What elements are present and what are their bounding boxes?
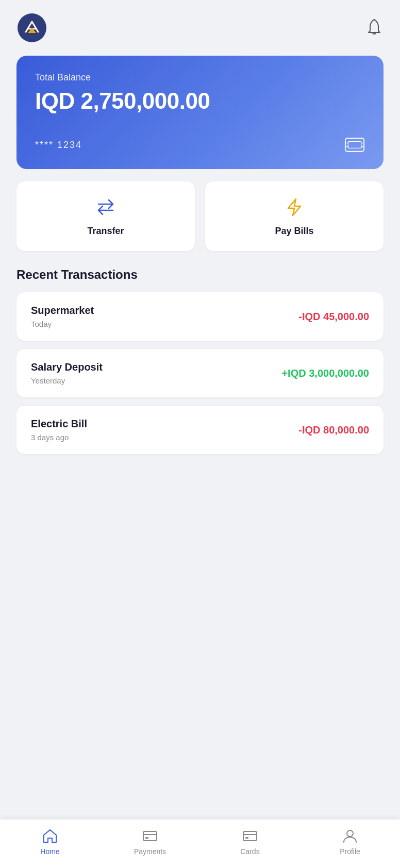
pay-bills-label: Pay Bills	[275, 226, 313, 237]
balance-card: Total Balance IQD 2,750,000.00 **** 1234	[16, 56, 384, 169]
transaction-date: Yesterday	[31, 376, 103, 385]
payments-icon	[142, 828, 158, 844]
nav-label-payments: Payments	[134, 847, 166, 856]
transaction-info: Supermarket Today	[31, 305, 94, 328]
app-logo-icon	[16, 12, 47, 43]
card-bottom: **** 1234	[35, 137, 365, 153]
transaction-amount: -IQD 45,000.00	[298, 311, 369, 323]
transaction-name: Electric Bill	[31, 418, 87, 430]
transaction-info: Salary Deposit Yesterday	[31, 361, 103, 385]
notification-button[interactable]	[365, 18, 384, 38]
cards-icon	[242, 828, 258, 844]
nav-label-home: Home	[40, 847, 59, 856]
svg-point-14	[347, 830, 353, 837]
home-icon	[42, 828, 58, 844]
transaction-info: Electric Bill 3 days ago	[31, 418, 87, 442]
transfer-label: Transfer	[87, 226, 124, 237]
table-row[interactable]: Supermarket Today -IQD 45,000.00	[16, 292, 384, 341]
nav-item-cards[interactable]: Cards	[200, 828, 300, 856]
app-container: Total Balance IQD 2,750,000.00 **** 1234…	[0, 0, 400, 868]
nav-label-profile: Profile	[340, 847, 360, 856]
logo-container	[16, 12, 47, 43]
card-icon	[344, 137, 365, 153]
transfer-button[interactable]: Transfer	[16, 181, 195, 251]
svg-rect-8	[143, 831, 157, 841]
svg-rect-13	[245, 837, 248, 839]
svg-rect-10	[145, 837, 148, 839]
table-row[interactable]: Electric Bill 3 days ago -IQD 80,000.00	[16, 406, 384, 454]
bell-icon	[365, 18, 384, 36]
profile-icon	[342, 828, 358, 844]
transaction-amount: +IQD 3,000,000.00	[281, 368, 369, 379]
transaction-name: Salary Deposit	[31, 361, 103, 373]
svg-rect-11	[243, 831, 257, 841]
nav-item-home[interactable]: Home	[0, 828, 100, 856]
balance-label: Total Balance	[35, 72, 365, 83]
actions-row: Transfer Pay Bills	[16, 181, 384, 251]
header	[0, 0, 400, 52]
nav-item-profile[interactable]: Profile	[300, 828, 400, 856]
transfer-icon	[94, 196, 117, 219]
bottom-nav: Home Payments Cards	[0, 819, 400, 868]
svg-rect-3	[348, 142, 361, 148]
card-number: **** 1234	[35, 140, 82, 151]
balance-amount: IQD 2,750,000.00	[35, 88, 365, 114]
transaction-date: Today	[31, 320, 94, 328]
transaction-name: Supermarket	[31, 305, 94, 316]
pay-bills-button[interactable]: Pay Bills	[205, 181, 384, 251]
table-row[interactable]: Salary Deposit Yesterday +IQD 3,000,000.…	[16, 349, 384, 397]
transaction-date: 3 days ago	[31, 433, 87, 442]
nav-label-cards: Cards	[240, 847, 259, 856]
transactions-list: Supermarket Today -IQD 45,000.00 Salary …	[16, 292, 384, 454]
nav-item-payments[interactable]: Payments	[100, 828, 200, 856]
section-title: Recent Transactions	[16, 268, 384, 282]
transaction-amount: -IQD 80,000.00	[298, 424, 369, 436]
lightning-icon	[283, 196, 306, 219]
